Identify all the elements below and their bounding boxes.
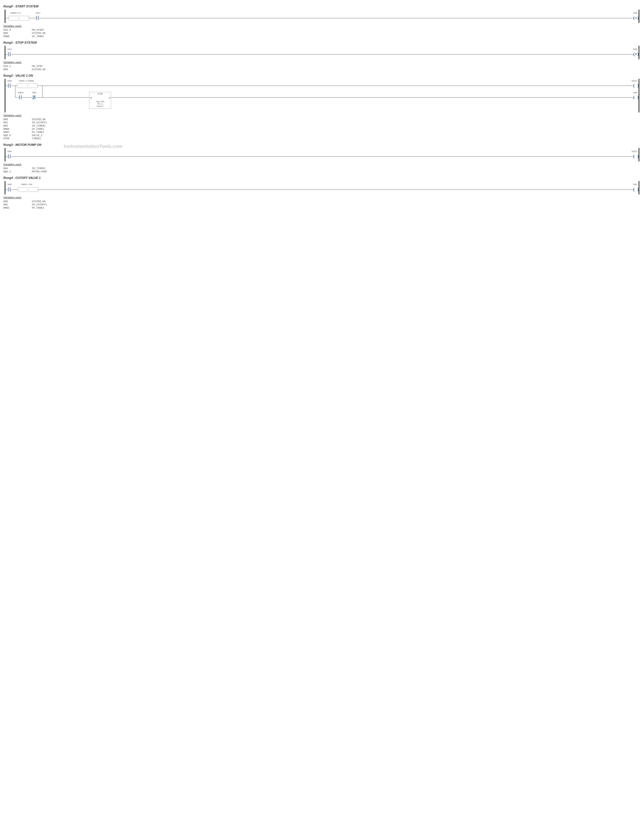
timer-block: %TM0 IN Q Type: TON TB: 1 s Preset: 2 [89,92,111,109]
contact-label: %M0 [7,80,12,82]
contact-label: %M1 [32,92,36,94]
contact-label: %M4 [7,150,12,152]
vars-table: %I0.0PB_START %M0SYSTEM_ON %MW0SV_TANK1 [3,29,641,38]
coil [634,84,638,87]
vars-table: %M0SYSTEM_ON %M1IR_CUTOFF1 %M4IR_TIMER1 … [3,118,641,140]
vars-heading: Variables used: [3,114,641,117]
coil-label: %M0 [633,48,637,50]
vars-table: %I0.1PB_STOP %M0SYSTEM_ON [3,65,641,71]
rung0-title: Rung0 - START SYSTEM [3,5,641,8]
nc-contact [32,95,36,99]
no-contact [7,155,11,158]
contact-label: %I0.0 [36,12,40,14]
rung4-title: Rung4 - CUTOFF VALVE 1 [3,176,641,180]
coil [634,95,638,99]
rung3-diagram: InstrumentationTools.com %M4 %Q0.3 [3,148,641,161]
timer-preset: Preset: 2 [89,105,111,108]
vars-heading: Variables used: [3,196,641,199]
coil-label: %M1 [633,183,637,186]
coil-label: %Q0.0 [632,80,637,82]
timer-type: Type: TON [89,100,111,103]
compare-label: %MW1 = 150 [21,183,32,186]
timer-in-label: IN [90,97,92,99]
vars-table: %M4IR_TIMER1 %Q0.3MOTOR_PUMP [3,167,641,173]
compare-block: < [18,188,38,192]
no-contact [36,16,39,20]
compare-label: %MW1 <= %MW0 [19,80,34,82]
coil-label: %Q0.3 [632,150,637,152]
rung4-diagram: %M0 < %MW1 = 150 %M1 [3,181,641,194]
no-contact [7,84,11,87]
coil [634,155,638,158]
rung0-diagram: < %MW0 <> 0 %I0.0 S %M0 [3,10,641,23]
contact-label: %I0.1 [7,48,12,50]
compare-block: < [9,16,29,20]
vars-heading: Variables used: [3,61,641,64]
vars-heading: Variables used: [3,163,641,166]
coil-label: %M4 [633,92,637,94]
contact-label: %M0 [7,183,12,186]
coil [634,188,638,191]
no-contact [7,188,11,191]
no-contact [7,52,11,56]
timer-tb: TB: 1 s [89,103,111,105]
no-contact [18,95,22,99]
set-coil: S [634,16,638,20]
compare-block: < [17,84,38,88]
rung3-title: Rung3 - MOTOR PUMP ON [3,143,641,146]
timer-name: %TM0 [89,93,111,95]
compare-label: %MW0 <> 0 [10,12,21,14]
rung1-title: Rung1 - STOP SYSTEM [3,41,641,44]
vars-heading: Variables used: [3,25,641,28]
contact-label: %Q0.0 [18,92,23,94]
timer-q-label: Q [109,97,110,99]
rung2-diagram: %M0 < %MW1 <= %MW0 %Q0.0 %Q0.0 %M1 %TM0 … [3,79,641,112]
rung2-title: Rung2 - VALVE 1 ON [3,74,641,77]
reset-coil: R [634,52,638,56]
rung1-diagram: %I0.1 R %M0 [3,46,641,59]
coil-label: %M0 [633,12,637,14]
vars-table: %M0SYSTEM_ON %M1IR_CUTOFF1 %MW1PV_TANK1 [3,200,641,209]
